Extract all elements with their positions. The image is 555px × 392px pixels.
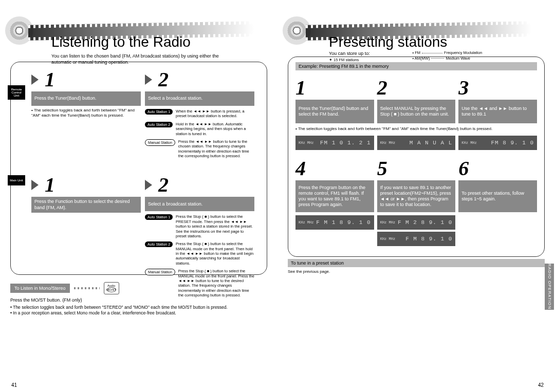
- detail-list: Auto Station 1When the ◄◄ ►► button is p…: [145, 109, 254, 158]
- page-number: 42: [538, 382, 544, 388]
- pill-label: Manual Station: [145, 269, 175, 275]
- detail-text: Press the Stop ( ■ ) button to select th…: [176, 241, 254, 266]
- cd-icon: [283, 16, 311, 45]
- lcd-display: KHz MHzF M 1 8 9. 1 0: [295, 215, 374, 230]
- instruction-frame: Remote Control Unit 1 Press the Tuner(Ba…: [10, 62, 267, 275]
- pill-label: Auto Station 1: [145, 214, 173, 220]
- detail-text: Hold in the ◄◄ ►► button. Automatic sear…: [176, 122, 254, 136]
- step-number: 3: [458, 76, 469, 100]
- step-number: 2: [158, 173, 169, 196]
- chevron-right-icon: [31, 180, 39, 190]
- page-left: Listening to the Radio You can listen to…: [0, 0, 278, 392]
- detail-list: Auto Station 1Press the Stop ( ■ ) butto…: [145, 214, 254, 297]
- toggle-note: • The selection toggles back and forth b…: [295, 126, 537, 132]
- detail-text: Press the Stop ( ■ ) button to select th…: [178, 269, 254, 297]
- page-right: Presetting stations You can store up to:…: [278, 0, 555, 392]
- detail-text: When the ◄◄ ►► button is pressed, a pres…: [176, 109, 254, 119]
- lcd-row-1: KHz MHzFM 1 0 1. 2 1 KHz MHzM A N U A L …: [295, 136, 537, 150]
- remote-unit-label: Remote Control Unit: [8, 85, 25, 100]
- instruction-bar: Select MANUAL by pressing the Stop ( ■ )…: [377, 100, 456, 123]
- tune-note: See the previous page.: [288, 269, 545, 274]
- instruction-bar: Select a broadcast station.: [145, 91, 254, 106]
- steps-4-6: 4Press the Program button on the remote …: [295, 156, 537, 212]
- step-number: 5: [377, 156, 387, 180]
- main-step-row: 1 Press the Function button to select th…: [31, 173, 260, 301]
- step-number: 2: [377, 76, 387, 100]
- chevron-right-icon: [145, 180, 152, 190]
- pill-label: Auto Station 2: [145, 122, 173, 127]
- detail-text: Press the Stop ( ■ ) button to select th…: [176, 214, 254, 238]
- step-number: 1: [295, 76, 306, 100]
- page-number: 41: [11, 382, 17, 388]
- instruction-bar: If you want to save 89.1 to another pres…: [377, 180, 456, 212]
- instruction-bar: Select a broadcast station.: [145, 197, 254, 211]
- instruction-bar: Press the Tuner(Band) button and select …: [295, 100, 374, 123]
- chevron-right-icon: [31, 74, 39, 85]
- main-step2: 2 Select a broadcast station. Auto Stati…: [145, 173, 254, 301]
- step-note: • The selection toggles back and forth b…: [31, 108, 141, 118]
- lcd-display: KHz MHzF M 2 8 9. 1 0: [377, 215, 456, 230]
- page-title: Listening to the Radio: [51, 34, 221, 50]
- lcd-row-2: KHz MHzF M 1 8 9. 1 0 KHz MHzF M 2 8 9. …: [295, 215, 537, 230]
- lcd-display: KHz MHzFM 8 9. 1 0: [458, 136, 537, 150]
- tune-header: To tune in a preset station: [288, 259, 545, 267]
- instruction-bar: To preset other stations, follow steps 1…: [458, 180, 537, 212]
- detail-text: Press the ◄◄ ►► button to tune to the ch…: [178, 139, 254, 159]
- page-title: Presetting stations: [329, 34, 500, 50]
- section-tab: RADIO OPERATION: [545, 264, 554, 310]
- main-step1: 1 Press the Function button to select th…: [31, 173, 141, 301]
- cd-icon: [5, 16, 33, 45]
- instruction-bar: Use the ◄◄ and ►► button to tune to 89.1: [458, 100, 537, 123]
- heading-block: Listening to the Radio You can listen to…: [51, 34, 221, 65]
- remote-step1: 1 Press the Tuner(Band) button. • The se…: [31, 67, 141, 161]
- chevron-right-icon: [145, 74, 152, 85]
- lcd-display: KHz MHzM A N U A L: [377, 136, 456, 150]
- instruction-bar: Press the Tuner(Band) button.: [31, 91, 141, 106]
- steps-1-3: 1Press the Tuner(Band) button and select…: [295, 76, 537, 123]
- pill-label: Manual Station: [145, 139, 175, 146]
- instruction-bar: Press the Function button to select the …: [31, 197, 141, 213]
- pill-label: Auto Station 1: [145, 109, 173, 115]
- instruction-bar: Press the Program button on the remote c…: [295, 180, 374, 212]
- step-number: 6: [458, 156, 469, 180]
- remote-step-row: 1 Press the Tuner(Band) button. • The se…: [31, 67, 260, 161]
- lcd-display: KHz MHzFM 1 0 1. 2 1: [295, 136, 374, 150]
- pill-label: Auto Station 2: [145, 241, 173, 247]
- lcd-row-3: KHz MHzF M 8 9. 1 0: [295, 232, 537, 246]
- instruction-frame: Example: Presetting FM 89.1 in the memor…: [288, 57, 545, 257]
- main-unit-label: Main Unit: [8, 175, 25, 185]
- example-bar: Example: Presetting FM 89.1 in the memor…: [295, 62, 537, 70]
- step-number: 2: [158, 68, 169, 91]
- step-number: 1: [45, 68, 55, 91]
- mono-notes: • The selection toggles back and forth b…: [10, 305, 267, 316]
- remote-step2: 2 Select a broadcast station. Auto Stati…: [145, 67, 254, 161]
- step-number: 1: [45, 173, 55, 196]
- step-number: 4: [295, 156, 306, 180]
- lcd-display: KHz MHzF M 8 9. 1 0: [377, 232, 456, 246]
